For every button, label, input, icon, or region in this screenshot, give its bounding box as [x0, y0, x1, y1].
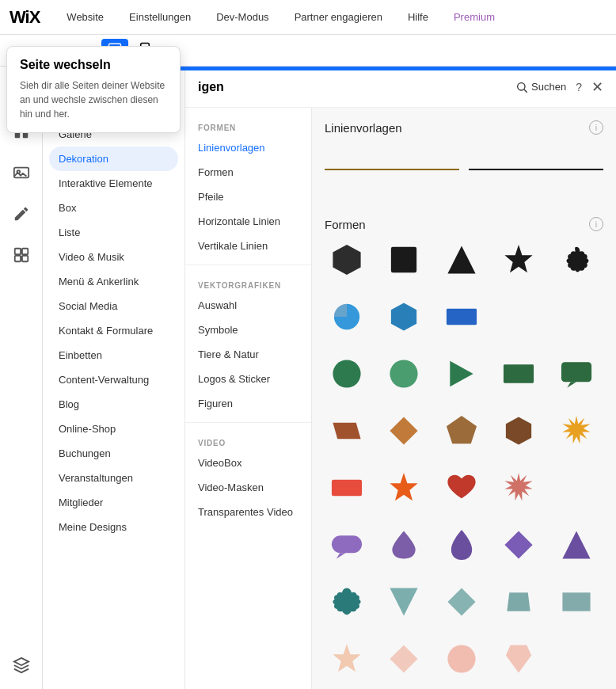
sub-symbole[interactable]: Symbole	[185, 318, 311, 342]
cat-dekoration[interactable]: Dekoration	[49, 147, 178, 171]
shape-rect-blue[interactable]	[439, 295, 484, 339]
cat-blog[interactable]: Blog	[43, 392, 184, 417]
cat-interaktive[interactable]: Interaktive Elemente	[43, 171, 184, 196]
shape-square-black[interactable]	[382, 238, 426, 282]
line-preview-black[interactable]	[469, 154, 603, 185]
shape-hexagon-dark[interactable]	[325, 238, 369, 282]
cat-video[interactable]: Video & Musik	[43, 245, 184, 269]
sidebar-icon-pen[interactable]	[7, 200, 36, 228]
sidebar-icon-apps[interactable]	[7, 241, 36, 269]
line-preview-brown[interactable]	[325, 154, 459, 185]
shape-circle-salmon[interactable]	[439, 637, 484, 681]
sub-horizontale[interactable]: Horizontale Linien	[185, 209, 311, 234]
nav-partner[interactable]: Partner engagieren	[290, 8, 387, 26]
shape-rect-orange[interactable]	[325, 466, 369, 510]
cat-box[interactable]: Box	[43, 196, 184, 220]
line-previews	[312, 141, 616, 204]
search-button[interactable]: Suchen	[515, 81, 566, 93]
shape-star-black[interactable]	[496, 238, 541, 282]
shape-piechart-blue[interactable]	[325, 295, 369, 339]
cat-einbetten[interactable]: Einbetten	[43, 343, 184, 367]
panel-content: FORMEN Linienvorlagen Formen Pfeile Hori…	[185, 108, 616, 689]
sub-linienvorlagen[interactable]: Linienvorlagen	[185, 135, 311, 160]
shape-triangle-right-green[interactable]	[439, 352, 484, 396]
tooltip-text: Sieh dir alle Seiten deiner Website an u…	[20, 78, 167, 121]
cat-buchungen[interactable]: Buchungen	[43, 441, 184, 466]
cat-liste[interactable]: Liste	[43, 220, 184, 245]
sub-videomasken[interactable]: Video-Masken	[185, 475, 311, 500]
svg-marker-48	[506, 645, 531, 672]
shape-drop-purple[interactable]	[382, 523, 426, 567]
shape-triangle-teal[interactable]	[382, 580, 426, 624]
svg-marker-42	[447, 588, 475, 615]
shape-hexagon-brown[interactable]	[496, 409, 541, 453]
cat-menue[interactable]: Menü & Ankerlink	[43, 269, 184, 294]
cat-content[interactable]: Content-Verwaltung	[43, 367, 184, 392]
shape-flower-black[interactable]	[554, 238, 599, 282]
cat-mitglieder[interactable]: Mitglieder	[43, 490, 184, 515]
linien-info-icon[interactable]: i	[589, 120, 603, 135]
shape-flower-teal[interactable]	[325, 580, 369, 624]
sub-formen[interactable]: Formen	[185, 160, 311, 185]
shape-circle-green-dark[interactable]	[325, 352, 369, 396]
svg-marker-21	[447, 246, 475, 273]
svg-marker-38	[337, 553, 346, 558]
sub-transparent[interactable]: Transparentes Video	[185, 500, 311, 524]
shape-star-salmon[interactable]	[325, 637, 369, 681]
top-navigation: WiX Website Einstellungen Dev-Modus Part…	[0, 0, 616, 35]
shape-gem-salmon[interactable]	[496, 637, 541, 681]
help-button[interactable]: ?	[576, 81, 582, 93]
shape-starburst-orange[interactable]	[554, 409, 599, 453]
shape-rect-green[interactable]	[496, 352, 541, 396]
formen-info-icon[interactable]: i	[589, 217, 603, 231]
nav-devmodus[interactable]: Dev-Modus	[211, 8, 273, 26]
shape-diamond-teal[interactable]	[439, 580, 484, 624]
shape-starburst-red[interactable]	[496, 466, 541, 510]
sidebar-bottom	[7, 651, 36, 679]
shapes-grid-row7	[312, 580, 616, 637]
sidebar-icon-media[interactable]	[7, 158, 36, 187]
nav-einstellungen[interactable]: Einstellungen	[124, 8, 196, 26]
sub-videobox[interactable]: VideoBox	[185, 451, 311, 475]
shape-parallelogram-brown[interactable]	[325, 409, 369, 453]
shape-triangle-black[interactable]	[439, 238, 484, 282]
nav-premium[interactable]: Premium	[449, 8, 500, 26]
sub-logos[interactable]: Logos & Sticker	[185, 367, 311, 391]
shape-teardrop-purple[interactable]	[439, 523, 484, 567]
shape-pentagon-brown[interactable]	[439, 409, 484, 453]
svg-rect-24	[447, 309, 477, 325]
cat-veranstaltungen[interactable]: Veranstaltungen	[43, 466, 184, 490]
shape-bubble-purple[interactable]	[325, 523, 369, 567]
shape-hexagon-blue[interactable]	[382, 295, 426, 339]
close-button[interactable]: ✕	[591, 78, 603, 96]
sub-tiere[interactable]: Tiere & Natur	[185, 342, 311, 367]
svg-line-18	[524, 89, 527, 93]
sub-figuren[interactable]: Figuren	[185, 391, 311, 416]
sub-auswahl[interactable]: Auswahl	[185, 293, 311, 318]
nav-hilfe[interactable]: Hilfe	[403, 8, 433, 26]
shape-bubble-green[interactable]	[554, 352, 599, 396]
shape-star-orange[interactable]	[382, 466, 426, 510]
shape-diamond-brown[interactable]	[382, 409, 426, 453]
shape-triangle-purple[interactable]	[554, 523, 599, 567]
shape-heart-red[interactable]	[439, 466, 484, 510]
cat-social[interactable]: Social Media	[43, 294, 184, 318]
shape-diamond-purple[interactable]	[496, 523, 541, 567]
shape-trapezoid-teal[interactable]	[496, 580, 541, 624]
svg-marker-44	[562, 592, 590, 611]
nav-website[interactable]: Website	[62, 8, 108, 26]
sidebar-icon-layers[interactable]	[7, 651, 36, 679]
cat-designs[interactable]: Meine Designs	[43, 515, 184, 539]
sub-divider-1	[185, 265, 311, 265]
sub-pfeile[interactable]: Pfeile	[185, 185, 311, 209]
cat-shop[interactable]: Online-Shop	[43, 417, 184, 441]
svg-rect-14	[21, 249, 27, 254]
svg-point-17	[518, 82, 525, 89]
shape-arrow-teal[interactable]	[554, 580, 599, 624]
shape-circle-green-light[interactable]	[382, 352, 426, 396]
cat-kontakt[interactable]: Kontakt & Formulare	[43, 318, 184, 343]
line-solid	[325, 169, 459, 170]
shape-diamond-salmon[interactable]	[382, 637, 426, 681]
left-sidebar: 1	[0, 67, 43, 689]
sub-vertikale[interactable]: Vertikale Linien	[185, 234, 311, 258]
